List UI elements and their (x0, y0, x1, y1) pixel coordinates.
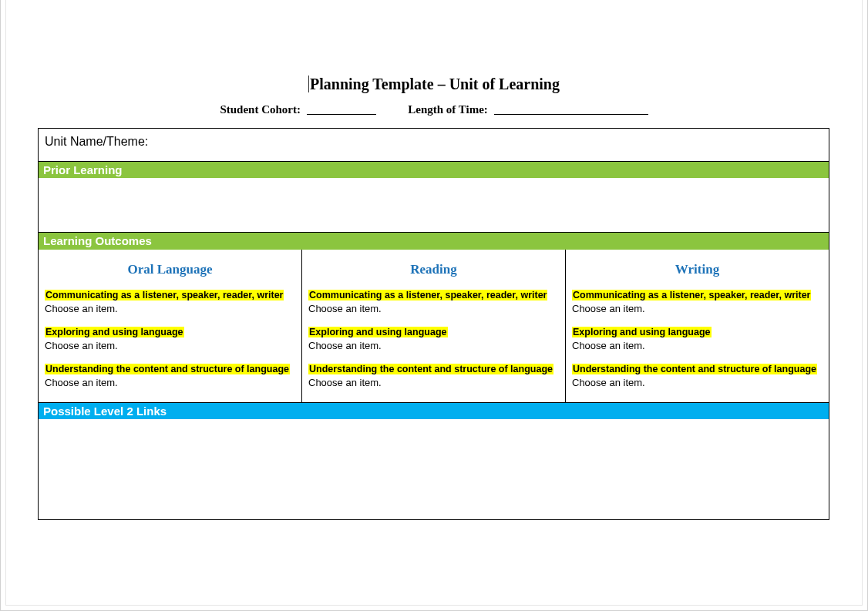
length-of-time-blank[interactable] (494, 114, 648, 115)
page-inner: Planning Template – Unit of Learning Stu… (5, 0, 863, 606)
learning-outcomes-header: Learning Outcomes (39, 232, 829, 249)
planning-table: Unit Name/Theme: Prior Learning Learning… (38, 128, 829, 520)
document-title: Planning Template – Unit of Learning (6, 76, 862, 93)
possible-level-2-body[interactable] (39, 419, 829, 519)
column-heading-reading: Reading (308, 250, 559, 288)
writing-strand-3: Understanding the content and structure … (572, 364, 817, 374)
unit-name-row: Unit Name/Theme: (39, 129, 829, 161)
document-title-text: Planning Template – Unit of Learning (310, 76, 560, 92)
oral-strand-2: Exploring and using language (45, 327, 184, 337)
possible-level-2-header: Possible Level 2 Links (39, 402, 829, 419)
possible-level-2-label: Possible Level 2 Links (43, 405, 167, 418)
student-cohort-label: Student Cohort: (220, 103, 301, 116)
column-writing: Writing Communicating as a listener, spe… (565, 250, 829, 402)
writing-choose-1[interactable]: Choose an item. (572, 303, 823, 314)
student-cohort-blank[interactable] (307, 114, 376, 115)
unit-name-label: Unit Name/Theme: (45, 135, 148, 148)
reading-strand-1: Communicating as a listener, speaker, re… (308, 290, 547, 300)
subheader: Student Cohort: Length of Time: (6, 103, 862, 116)
column-oral-language: Oral Language Communicating as a listene… (39, 250, 301, 402)
reading-strand-2: Exploring and using language (308, 327, 448, 337)
text-cursor-icon (308, 76, 309, 92)
reading-choose-2[interactable]: Choose an item. (308, 340, 559, 351)
oral-strand-3: Understanding the content and structure … (45, 364, 290, 374)
length-of-time-label: Length of Time: (408, 103, 488, 116)
writing-choose-2[interactable]: Choose an item. (572, 340, 823, 351)
writing-choose-3[interactable]: Choose an item. (572, 377, 823, 388)
oral-choose-3[interactable]: Choose an item. (45, 377, 295, 388)
prior-learning-header: Prior Learning (39, 161, 829, 178)
oral-strand-1: Communicating as a listener, speaker, re… (45, 290, 284, 300)
oral-choose-2[interactable]: Choose an item. (45, 340, 295, 351)
learning-outcomes-label: Learning Outcomes (43, 234, 152, 247)
oral-choose-1[interactable]: Choose an item. (45, 303, 295, 314)
prior-learning-label: Prior Learning (43, 163, 123, 176)
reading-strand-3: Understanding the content and structure … (308, 364, 553, 374)
column-heading-oral: Oral Language (45, 250, 295, 288)
reading-choose-1[interactable]: Choose an item. (308, 303, 559, 314)
writing-strand-1: Communicating as a listener, speaker, re… (572, 290, 811, 300)
reading-choose-3[interactable]: Choose an item. (308, 377, 559, 388)
learning-outcomes-grid: Oral Language Communicating as a listene… (39, 249, 829, 402)
writing-strand-2: Exploring and using language (572, 327, 712, 337)
page: Planning Template – Unit of Learning Stu… (0, 0, 868, 611)
prior-learning-body[interactable] (39, 178, 829, 232)
column-heading-writing: Writing (572, 250, 823, 288)
column-reading: Reading Communicating as a listener, spe… (301, 250, 565, 402)
